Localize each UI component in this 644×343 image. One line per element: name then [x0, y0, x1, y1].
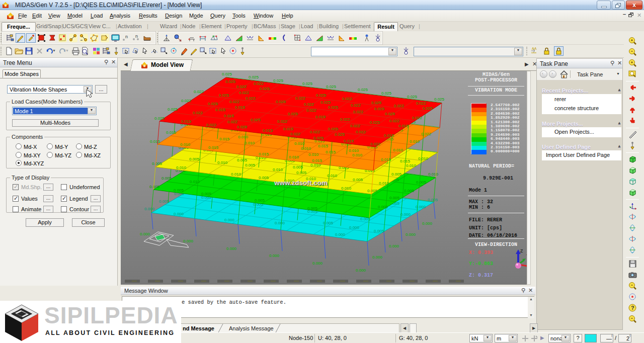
- svg-text:0.010: 0.010: [294, 141, 305, 146]
- svg-text:0.015: 0.015: [208, 145, 219, 150]
- svg-text:0.000: 0.000: [406, 232, 416, 237]
- svg-text:0.005: 0.005: [353, 178, 363, 182]
- svg-text:0.022: 0.022: [389, 119, 400, 123]
- svg-text:0.025: 0.025: [423, 106, 433, 111]
- svg-text:0.022: 0.022: [416, 101, 427, 106]
- svg-text:0.010: 0.010: [341, 186, 352, 191]
- svg-text:0.010: 0.010: [379, 181, 389, 186]
- svg-text:0.005: 0.005: [149, 185, 160, 189]
- svg-text:0.010: 0.010: [428, 172, 439, 177]
- svg-text:0.025: 0.025: [320, 100, 331, 105]
- svg-text:0.015: 0.015: [166, 130, 177, 135]
- svg-text:0.015: 0.015: [400, 159, 411, 163]
- svg-text:0.022: 0.022: [351, 103, 361, 108]
- svg-text:0.015: 0.015: [384, 133, 394, 138]
- svg-text:0.000: 0.000: [269, 253, 280, 258]
- svg-text:0.000: 0.000: [226, 246, 237, 251]
- svg-text:0.022: 0.022: [239, 91, 250, 95]
- svg-text:0.022: 0.022: [350, 124, 361, 128]
- svg-text:0.025: 0.025: [385, 112, 395, 116]
- svg-text:0.022: 0.022: [236, 84, 247, 89]
- svg-text:0.000: 0.000: [140, 232, 150, 236]
- svg-text:0.010: 0.010: [190, 180, 200, 184]
- svg-text:0.005: 0.005: [245, 163, 256, 167]
- svg-text:0.025: 0.025: [371, 101, 382, 105]
- svg-text:0.025: 0.025: [251, 118, 261, 122]
- svg-text:0.015: 0.015: [259, 152, 269, 156]
- svg-text:0.022: 0.022: [295, 96, 306, 101]
- svg-text:0.025: 0.025: [313, 136, 324, 140]
- svg-text:0.005: 0.005: [237, 158, 248, 162]
- svg-text:0.015: 0.015: [263, 128, 273, 133]
- svg-text:0.010: 0.010: [180, 142, 191, 147]
- svg-text:0.025: 0.025: [225, 79, 236, 84]
- svg-text:0.000: 0.000: [312, 261, 323, 266]
- svg-text:AA: AA: [532, 47, 537, 50]
- svg-text:0.015: 0.015: [318, 144, 329, 148]
- svg-text:0.025: 0.025: [326, 84, 337, 89]
- svg-text:0.000: 0.000: [335, 232, 346, 237]
- svg-text:www.zdsoft.com: www.zdsoft.com: [274, 179, 328, 187]
- svg-text:0.010: 0.010: [231, 172, 242, 177]
- svg-text:0.022: 0.022: [342, 97, 353, 101]
- svg-text:0.025: 0.025: [237, 125, 248, 129]
- svg-text:0.010: 0.010: [245, 141, 255, 145]
- svg-text:0.010: 0.010: [273, 167, 283, 172]
- svg-text:0.025: 0.025: [168, 107, 178, 112]
- svg-text:0.005: 0.005: [378, 205, 388, 209]
- svg-text:0.005: 0.005: [159, 199, 170, 204]
- svg-text:0.010: 0.010: [289, 155, 299, 159]
- svg-text:0.022: 0.022: [193, 111, 203, 115]
- svg-text:0.010: 0.010: [418, 156, 429, 161]
- svg-text:0.005: 0.005: [255, 198, 265, 203]
- svg-text:0.010: 0.010: [176, 165, 187, 170]
- svg-text:0.022: 0.022: [227, 120, 238, 124]
- svg-text:0.022: 0.022: [306, 108, 317, 113]
- svg-text:0.010: 0.010: [217, 160, 228, 165]
- svg-text:0.025: 0.025: [208, 102, 218, 106]
- svg-text:0.022: 0.022: [356, 130, 366, 134]
- svg-text:0.022: 0.022: [194, 90, 204, 94]
- svg-text:0.022: 0.022: [254, 81, 264, 86]
- svg-text:0.022: 0.022: [412, 116, 423, 120]
- svg-text:0.015: 0.015: [150, 139, 160, 144]
- svg-text:0.025: 0.025: [219, 93, 229, 98]
- svg-text:0.015: 0.015: [381, 157, 391, 162]
- svg-text:0.010: 0.010: [393, 148, 404, 152]
- svg-text:0.010: 0.010: [301, 146, 311, 151]
- svg-text:0.015: 0.015: [344, 139, 354, 143]
- svg-text:0.000: 0.000: [356, 268, 366, 273]
- svg-text:0.022: 0.022: [277, 119, 288, 124]
- svg-text:0.015: 0.015: [398, 124, 409, 128]
- svg-text:0.005: 0.005: [174, 188, 184, 193]
- svg-text:0.005: 0.005: [428, 198, 438, 202]
- svg-text:0.022: 0.022: [290, 132, 301, 136]
- svg-text:0.025: 0.025: [358, 88, 368, 92]
- svg-text:?: ?: [631, 305, 634, 311]
- svg-text:0.000: 0.000: [400, 212, 411, 217]
- svg-text:0.015: 0.015: [312, 158, 323, 163]
- svg-text:n: n: [135, 34, 138, 39]
- svg-text:0.025: 0.025: [316, 93, 327, 98]
- svg-text:0.010: 0.010: [406, 163, 417, 168]
- svg-text:0.005: 0.005: [259, 176, 269, 180]
- svg-text:0.015: 0.015: [224, 114, 234, 118]
- svg-text:0.015: 0.015: [215, 108, 226, 112]
- svg-text:0.022: 0.022: [310, 130, 320, 134]
- svg-text:0.022: 0.022: [340, 117, 351, 122]
- svg-text:0.015: 0.015: [181, 119, 192, 124]
- svg-text:0.005: 0.005: [152, 161, 163, 166]
- svg-text:0.022: 0.022: [370, 142, 381, 146]
- svg-text:0.005: 0.005: [416, 180, 427, 185]
- svg-text:0.000: 0.000: [349, 225, 360, 230]
- svg-text:0.010: 0.010: [327, 174, 338, 178]
- svg-text:0.000: 0.000: [183, 239, 194, 243]
- svg-text:0.025: 0.025: [222, 72, 232, 76]
- svg-text:△: △: [307, 37, 310, 40]
- svg-text:0.025: 0.025: [374, 107, 385, 111]
- svg-text:0.005: 0.005: [189, 157, 200, 161]
- svg-text:0.005: 0.005: [307, 206, 318, 211]
- svg-text:0.025: 0.025: [260, 87, 270, 91]
- svg-text:0.010: 0.010: [349, 148, 359, 153]
- svg-text:0.022: 0.022: [421, 132, 432, 136]
